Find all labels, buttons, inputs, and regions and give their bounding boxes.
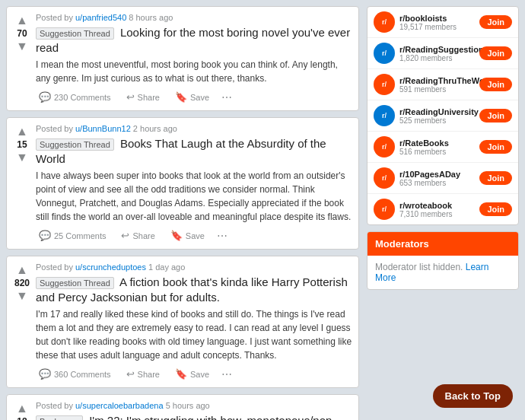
community-info: r/wroteabook 7,310 members <box>399 201 475 218</box>
post-actions: 💬 25 Comments ↩ Share 🔖 Save ⋯ <box>36 228 352 243</box>
upvote-button[interactable]: ▲ <box>16 402 28 415</box>
share-label: Share <box>138 370 160 379</box>
post-actions: 💬 360 Comments ↩ Share 🔖 Save ⋯ <box>36 367 352 381</box>
post-title: Suggestion Thread Books That Laugh at th… <box>36 136 352 166</box>
community-info: r/ReadingUniversity 525 members <box>399 107 475 125</box>
share-button[interactable]: ↩ Share <box>123 367 163 381</box>
vote-count: 820 <box>14 278 30 288</box>
community-info: r/ReadingThruTheWorld 591 members <box>399 76 475 94</box>
community-name: r/bookloists <box>399 14 475 23</box>
vote-column: ▲ 15 ▼ <box>13 124 31 243</box>
post-body: Posted by u/panfried540 8 hours ago Sugg… <box>36 13 352 104</box>
post-text: I have always been super into books that… <box>36 169 352 224</box>
join-button[interactable]: Join <box>479 140 512 154</box>
community-info: r/RateBooks 516 members <box>399 138 475 156</box>
comments-button[interactable]: 💬 360 Comments <box>36 367 114 381</box>
share-button[interactable]: ↩ Share <box>118 228 158 243</box>
vote-column: ▲ 70 ▼ <box>13 13 31 104</box>
sidebar: r/ r/bookloists 19,517 members Join r/ r… <box>367 6 519 420</box>
post-meta: Posted by u/panfried540 8 hours ago <box>36 13 352 22</box>
join-button[interactable]: Join <box>479 78 512 91</box>
community-info: r/ReadingSuggestions 1,820 members <box>399 45 475 62</box>
moderator-list-text: Moderator list hidden. <box>375 262 463 272</box>
community-avatar: r/ <box>374 74 395 95</box>
upvote-button[interactable]: ▲ <box>16 264 28 276</box>
save-button[interactable]: 🔖 Save <box>167 228 208 243</box>
vote-count: 15 <box>17 139 27 150</box>
save-button[interactable]: 🔖 Save <box>172 367 212 381</box>
downvote-button[interactable]: ▼ <box>16 151 28 164</box>
downvote-button[interactable]: ▼ <box>16 40 28 52</box>
community-members: 19,517 members <box>399 23 475 31</box>
share-icon: ↩ <box>126 368 135 380</box>
post-title: Suggestion Thread Looking for the most b… <box>36 25 352 55</box>
community-members: 653 members <box>399 179 475 187</box>
share-label: Share <box>132 231 154 240</box>
upvote-button[interactable]: ▲ <box>16 126 28 138</box>
comments-button[interactable]: 💬 230 Comments <box>36 90 114 104</box>
post-meta: Posted by u/supercaloebarbadena 5 hours … <box>36 401 352 410</box>
post-author-link[interactable]: u/supercaloebarbadena <box>75 401 164 410</box>
community-members: 1,820 members <box>399 54 475 62</box>
downvote-button[interactable]: ▼ <box>16 290 28 302</box>
join-button[interactable]: Join <box>479 46 512 60</box>
share-icon: ↩ <box>121 230 129 241</box>
post-title: Suggestion Thread A fiction book that's … <box>36 275 352 304</box>
upvote-button[interactable]: ▲ <box>16 14 28 27</box>
communities-section: r/ r/bookloists 19,517 members Join r/ r… <box>367 6 519 225</box>
more-options-button[interactable]: ⋯ <box>217 230 228 242</box>
community-avatar: r/ <box>374 136 395 158</box>
moderators-body: Moderator list hidden. Learn More <box>368 256 518 289</box>
moderators-header: Moderators <box>368 232 518 256</box>
join-button[interactable]: Join <box>479 171 512 185</box>
post-meta: Posted by u/scruncheduptoes 1 day ago <box>36 262 352 272</box>
save-label: Save <box>186 231 205 240</box>
save-label: Save <box>190 370 209 379</box>
more-options-button[interactable]: ⋯ <box>221 368 232 380</box>
vote-column: ▲ 820 ▼ <box>13 262 31 381</box>
community-item: r/ r/bookloists 19,517 members Join <box>368 7 518 38</box>
share-icon: ↩ <box>126 91 135 103</box>
comment-icon: 💬 <box>39 230 51 241</box>
community-item: r/ r/10PagesADay 653 members Join <box>368 163 518 194</box>
save-button[interactable]: 🔖 Save <box>172 90 212 104</box>
post-body: Posted by u/supercaloebarbadena 5 hours … <box>36 401 352 420</box>
vote-count: 18 <box>17 416 27 420</box>
post-tag: Suggestion Thread <box>36 277 114 289</box>
join-button[interactable]: Join <box>479 109 512 123</box>
post-author-link[interactable]: u/panfried540 <box>75 13 126 22</box>
post-card: ▲ 820 ▼ Posted by u/scruncheduptoes 1 da… <box>6 256 359 388</box>
post-body: Posted by u/BunnBunn12 2 hours ago Sugge… <box>36 124 352 243</box>
community-item: r/ r/RateBooks 516 members Join <box>368 132 518 163</box>
save-label: Save <box>190 93 209 102</box>
post-author-link[interactable]: u/scruncheduptoes <box>75 262 146 272</box>
community-members: 591 members <box>399 85 475 94</box>
share-button[interactable]: ↩ Share <box>123 90 163 104</box>
community-info: r/10PagesADay 653 members <box>399 170 475 187</box>
post-actions: 💬 230 Comments ↩ Share 🔖 Save ⋯ <box>36 90 352 104</box>
moderators-section: Moderators Moderator list hidden. Learn … <box>367 231 519 290</box>
post-text: I'm 17 and really liked these kind of bo… <box>36 307 352 362</box>
comment-icon: 💬 <box>39 91 51 103</box>
comments-button[interactable]: 💬 25 Comments <box>36 228 109 243</box>
back-to-top-button[interactable]: Back to Top <box>433 384 513 408</box>
community-avatar: r/ <box>374 167 395 189</box>
post-body: Posted by u/scruncheduptoes 1 day ago Su… <box>36 262 352 381</box>
comments-label: 25 Comments <box>54 231 106 240</box>
community-name: r/10PagesADay <box>399 170 475 179</box>
posts-feed: ▲ 70 ▼ Posted by u/panfried540 8 hours a… <box>6 6 359 420</box>
vote-count: 70 <box>17 28 27 39</box>
community-avatar: r/ <box>374 199 395 220</box>
community-name: r/ReadingThruTheWorld <box>399 76 475 85</box>
post-card: ▲ 15 ▼ Posted by u/BunnBunn12 2 hours ag… <box>6 117 359 250</box>
more-options-button[interactable]: ⋯ <box>221 91 232 103</box>
join-button[interactable]: Join <box>479 15 512 29</box>
post-author-link[interactable]: u/BunnBunn12 <box>75 124 131 133</box>
post-text: I mean the most uneventful, most boring … <box>36 58 352 85</box>
share-label: Share <box>138 93 160 102</box>
community-item: r/ r/ReadingThruTheWorld 591 members Joi… <box>368 69 518 100</box>
join-button[interactable]: Join <box>479 202 512 216</box>
community-name: r/ReadingUniversity <box>399 107 475 116</box>
save-icon: 🔖 <box>175 368 187 380</box>
community-avatar: r/ <box>374 43 395 64</box>
